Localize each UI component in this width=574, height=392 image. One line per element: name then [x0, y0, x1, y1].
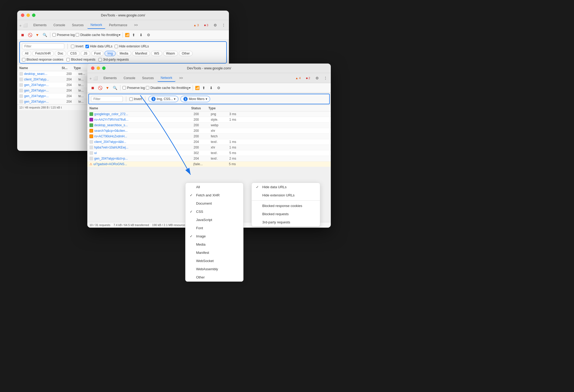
table-row[interactable]: search?q&cp=0&clien... 200 xhr — [87, 128, 331, 134]
disable-cache-label-1[interactable]: Disable cache — [76, 33, 100, 37]
filter-input-2[interactable] — [91, 96, 123, 102]
hide-ext-urls-label-1[interactable]: Hide extension URLs — [115, 44, 149, 48]
filter-toggle-1[interactable]: ▼ — [34, 32, 40, 38]
tab-sources-1[interactable]: Sources — [69, 22, 87, 29]
settings2-button-1[interactable]: ⚙ — [145, 32, 152, 38]
clear-button-2[interactable]: 🚫 — [97, 85, 103, 91]
table-row[interactable]: rs=ACT90oHcZvdmH... 200 fetch — [87, 134, 331, 139]
preserve-log-label-1[interactable]: Preserve log — [52, 33, 75, 37]
filter-input-1[interactable] — [22, 43, 64, 49]
settings-button-2[interactable]: ⚙ — [314, 75, 320, 81]
tab-performance-1[interactable]: Performance — [106, 22, 130, 29]
resource-type-dropdown-btn[interactable]: 3 Img, CSS... ▾ — [148, 96, 178, 102]
tab-console-1[interactable]: Console — [50, 22, 68, 29]
more-button-1[interactable]: ⋮ — [220, 22, 227, 28]
dropdown-item-manifest[interactable]: Manifest — [186, 249, 243, 257]
filter-css-btn-1[interactable]: CSS — [67, 51, 80, 56]
dropdown-item-css[interactable]: ✓ CSS — [186, 208, 243, 216]
dropdown-item-media[interactable]: Media — [186, 240, 243, 249]
blocked-cookies-label-1[interactable]: Blocked response cookies — [22, 58, 63, 61]
dropdown-item-ws[interactable]: WebSocket — [186, 257, 243, 265]
maximize-button-2[interactable] — [102, 66, 106, 70]
minimize-button-2[interactable] — [97, 66, 100, 70]
tab-elements-2[interactable]: Elements — [100, 75, 120, 82]
dropdown-item-all[interactable]: All — [186, 183, 243, 191]
filter-media-btn-1[interactable]: Media — [117, 51, 131, 56]
hide-ext-urls-checkbox-1[interactable] — [115, 45, 118, 48]
table-row[interactable]: ⚠ ui?gadsid=AORoGNS... (faile... 5 ms — [87, 161, 331, 167]
preserve-log-checkbox-2[interactable] — [123, 86, 126, 89]
mf-item-hide-data-urls[interactable]: ✓ Hide data URLs — [252, 183, 320, 191]
table-row[interactable]: gen_204?atyp=i&ct=p... 204 text/. 2 ms — [87, 156, 331, 161]
close-button-2[interactable] — [91, 66, 94, 70]
stop-button-2[interactable]: ⏹ — [89, 85, 96, 91]
table-row[interactable]: rs=AA2YrTtRVVd7lfu6... 200 style. 1 ms — [87, 117, 331, 123]
mf-item-blocked-cookies[interactable]: Blocked response cookies — [252, 202, 320, 210]
search-button-1[interactable]: 🔍 — [42, 32, 48, 38]
download-button-1[interactable]: ⬇ — [138, 32, 144, 38]
dropdown-item-fetch[interactable]: ✓ Fetch and XHR — [186, 191, 243, 199]
upload-button-2[interactable]: ⬆ — [201, 85, 207, 91]
table-row[interactable]: ui 302 text/. 5 ms — [87, 150, 331, 156]
third-party-cb-1[interactable] — [98, 58, 102, 61]
clear-button-1[interactable]: 🚫 — [27, 32, 33, 38]
invert-checkbox-2[interactable] — [129, 97, 133, 101]
tab-more-2[interactable]: >> — [176, 75, 186, 82]
blocked-req-cb-1[interactable] — [66, 58, 70, 61]
filter-xhr-btn-1[interactable]: Fetch/XHR — [32, 51, 54, 56]
search-button-2[interactable]: 🔍 — [112, 85, 118, 91]
settings2-button-2[interactable]: ⚙ — [215, 85, 222, 91]
tab-network-1[interactable]: Network — [87, 21, 105, 29]
filter-img-btn-1[interactable]: Img — [105, 51, 116, 56]
mf-item-blocked-requests[interactable]: Blocked requests — [252, 210, 320, 218]
filter-manifest-btn-1[interactable]: Manifest — [132, 51, 150, 56]
minimize-button-1[interactable] — [26, 13, 30, 17]
table-row[interactable]: desktop_searchbox_s... 200 webp — [87, 123, 331, 128]
hide-data-urls-label-1[interactable]: Hide data URLs — [85, 44, 112, 48]
tab-network-2[interactable]: Network — [157, 74, 175, 82]
more-filters-dropdown-btn[interactable]: 1 More filters ▾ — [180, 96, 210, 102]
dropdown-item-js[interactable]: JavaScript — [186, 216, 243, 224]
filter-other-btn-1[interactable]: Other — [179, 51, 193, 56]
table-row[interactable]: googlelogo_color_272... 200 png 3 ms — [87, 111, 331, 117]
hide-data-urls-checkbox-1[interactable] — [85, 45, 89, 48]
dropdown-item-wasm[interactable]: WebAssembly — [186, 265, 243, 273]
invert-label-1[interactable]: Invert — [71, 44, 83, 48]
tab-console-2[interactable]: Console — [120, 75, 138, 82]
throttle-selector-2[interactable]: No throttling ▾ — [171, 86, 191, 90]
tab-more-1[interactable]: >> — [131, 22, 141, 29]
invert-checkbox-1[interactable] — [71, 45, 74, 48]
throttle-selector-1[interactable]: No throttling ▾ — [101, 33, 121, 37]
download-button-2[interactable]: ⬇ — [208, 85, 214, 91]
filter-all-btn-1[interactable]: All — [22, 51, 31, 56]
tab-elements-1[interactable]: Elements — [30, 22, 50, 29]
stop-button-1[interactable]: ⏹ — [19, 32, 26, 38]
close-button-1[interactable] — [21, 13, 24, 17]
third-party-label-1[interactable]: 3rd-party requests — [98, 58, 129, 61]
filter-wasm-btn-1[interactable]: Wasm — [163, 51, 178, 56]
dropdown-item-doc[interactable]: Document — [186, 199, 243, 208]
filter-doc-btn-1[interactable]: Doc — [55, 51, 66, 56]
dropdown-item-image[interactable]: ✓ Image — [186, 232, 243, 240]
filter-ws-btn-1[interactable]: WS — [151, 51, 162, 56]
maximize-button-1[interactable] — [32, 13, 35, 17]
disable-cache-checkbox-2[interactable] — [146, 86, 149, 89]
table-row[interactable]: client_204?atyp=i&bi... 204 text/. 1 ms — [87, 139, 331, 145]
tab-sources-2[interactable]: Sources — [139, 75, 157, 82]
filter-font-btn-1[interactable]: Font — [91, 51, 103, 56]
disable-cache-checkbox-1[interactable] — [76, 33, 79, 37]
upload-button-1[interactable]: ⬆ — [130, 32, 137, 38]
dropdown-item-other[interactable]: Other — [186, 273, 243, 281]
dropdown-item-font[interactable]: Font — [186, 224, 243, 232]
mf-item-hide-ext-urls[interactable]: Hide extension URLs — [252, 191, 320, 199]
preserve-log-checkbox-1[interactable] — [52, 33, 56, 37]
disable-cache-label-2[interactable]: Disable cache — [146, 86, 170, 90]
more-button-2[interactable]: ⋮ — [322, 75, 329, 81]
blocked-cookies-cb-1[interactable] — [22, 58, 25, 61]
mf-item-third-party[interactable]: 3rd-party requests — [252, 218, 320, 226]
table-row[interactable]: hpba?vet=10ahUKEwj... 200 xhr 1 ms — [87, 145, 331, 150]
settings-button-1[interactable]: ⚙ — [212, 22, 218, 28]
filter-toggle-2[interactable]: ▼ — [104, 85, 111, 91]
preserve-log-label-2[interactable]: Preserve log — [123, 86, 145, 90]
invert-label-2[interactable]: Invert — [129, 97, 142, 101]
